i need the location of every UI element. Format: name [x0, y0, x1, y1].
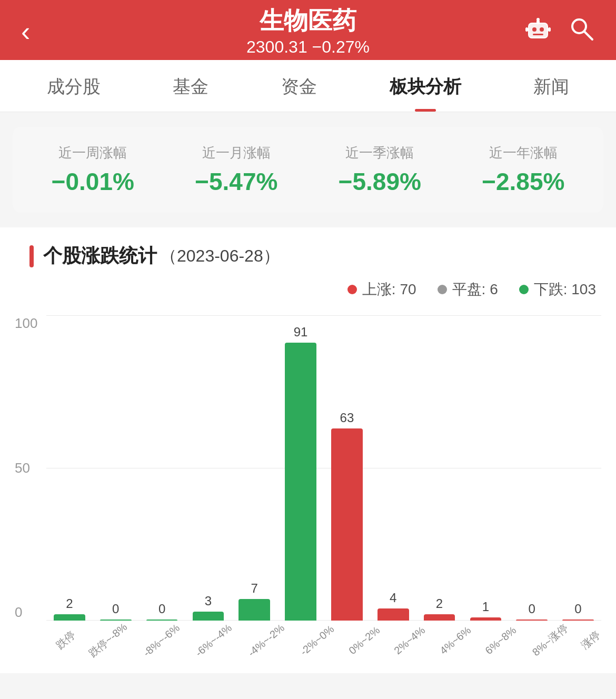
legend-down-label: 下跌: 103	[534, 279, 596, 299]
tab-jijin[interactable]: 基金	[167, 60, 214, 112]
section-date: （2023-06-28）	[160, 245, 280, 268]
x-axis: 跌停跌停~-8%-8%~-6%-6%~-4%-4%~-2%-2%~0%0%~2%…	[46, 621, 601, 652]
x-axis-label: 涨停	[578, 628, 603, 652]
perf-quarter-value: −5.89%	[339, 167, 421, 196]
bar-group[interactable]: 4	[370, 591, 416, 621]
bar-rect	[331, 428, 363, 621]
y-axis-label: 0	[15, 604, 37, 621]
x-axis-label: -2%~0%	[298, 623, 336, 658]
bar-group[interactable]: 91	[277, 325, 324, 621]
svg-rect-4	[533, 34, 543, 35]
tabs-bar: 成分股 基金 资金 板块分析 新闻	[0, 60, 616, 112]
bars-row: 20037916342100	[46, 315, 601, 621]
header-right	[524, 15, 595, 48]
perf-month: 近一月涨幅 −5.47%	[195, 144, 277, 196]
svg-rect-0	[529, 23, 548, 38]
y-axis-label: 100	[15, 315, 37, 332]
svg-point-3	[540, 27, 544, 32]
search-icon[interactable]	[568, 15, 595, 48]
bar-rect	[424, 614, 455, 621]
bar-rect	[285, 343, 316, 621]
bar-group[interactable]: 2	[416, 596, 463, 621]
svg-point-6	[536, 18, 540, 21]
bar-value-label: 2	[436, 596, 443, 611]
bar-group[interactable]: 0	[509, 602, 555, 621]
tab-bankuai[interactable]: 板块分析	[384, 60, 466, 112]
legend-flat-dot	[438, 285, 447, 294]
bar-value-label: 0	[574, 602, 581, 616]
legend-down-dot	[519, 285, 529, 294]
tab-xinwen[interactable]: 新闻	[528, 60, 574, 112]
perf-month-value: −5.47%	[195, 167, 277, 196]
perf-quarter: 近一季涨幅 −5.89%	[339, 144, 421, 196]
perf-quarter-label: 近一季涨幅	[339, 144, 421, 162]
svg-rect-7	[525, 27, 528, 32]
section-title: 个股涨跌统计 （2023-06-28）	[15, 238, 601, 279]
x-axis-label: 8%~涨停	[529, 621, 571, 659]
bar-group[interactable]: 0	[139, 602, 185, 621]
svg-rect-8	[548, 27, 551, 32]
bar-group[interactable]: 3	[185, 594, 231, 621]
bar-value-label: 0	[529, 602, 535, 616]
performance-card: 近一周涨幅 −0.01% 近一月涨幅 −5.47% 近一季涨幅 −5.89% 近…	[13, 127, 603, 213]
bar-group[interactable]: 7	[231, 581, 277, 621]
bar-value-label: 2	[66, 596, 73, 611]
legend-up: 上涨: 70	[347, 279, 416, 299]
svg-point-2	[532, 27, 536, 32]
bar-chart: 10050020037916342100跌停跌停~-8%-8%~-6%-6%~-…	[46, 315, 601, 652]
perf-year-label: 近一年涨幅	[482, 144, 564, 162]
chart-legend: 上涨: 70 平盘: 6 下跌: 103	[15, 279, 601, 299]
x-axis-label: 2%~4%	[392, 624, 428, 656]
bar-value-label: 91	[294, 325, 308, 339]
bar-group[interactable]: 0	[555, 602, 601, 621]
robot-icon[interactable]	[524, 15, 552, 48]
bar-group[interactable]: 1	[462, 600, 509, 621]
section-bar-decoration	[29, 245, 34, 267]
bar-value-label: 1	[482, 600, 489, 614]
header-subtitle: 2300.31 −0.27%	[246, 37, 370, 57]
header-center: 生物医药 2300.31 −0.27%	[246, 6, 370, 57]
svg-line-10	[584, 32, 592, 39]
perf-month-label: 近一月涨幅	[195, 144, 277, 162]
y-axis-label: 50	[15, 460, 37, 476]
bar-value-label: 4	[390, 591, 396, 605]
y-axis: 100500	[15, 315, 37, 652]
x-axis-label: 6%~8%	[483, 624, 519, 656]
chart-section: 个股涨跌统计 （2023-06-28） 上涨: 70 平盘: 6 下跌: 103…	[0, 227, 616, 673]
x-axis-label: 0%~2%	[346, 624, 382, 656]
perf-year: 近一年涨幅 −2.85%	[482, 144, 564, 196]
x-axis-label: 跌停~-8%	[86, 620, 131, 660]
bar-rect	[54, 614, 85, 621]
legend-flat-label: 平盘: 6	[452, 279, 498, 299]
bar-group[interactable]: 0	[93, 602, 139, 621]
perf-year-value: −2.85%	[482, 167, 564, 196]
perf-week-label: 近一周涨幅	[52, 144, 134, 162]
perf-week-value: −0.01%	[52, 167, 134, 196]
legend-up-label: 上涨: 70	[362, 279, 416, 299]
x-axis-label: -6%~-4%	[193, 622, 234, 659]
legend-up-dot	[347, 285, 357, 294]
page-title: 生物医药	[246, 6, 370, 35]
x-axis-label: -4%~-2%	[246, 622, 287, 659]
bar-value-label: 7	[251, 581, 258, 596]
bar-rect	[239, 599, 270, 621]
bar-value-label: 0	[112, 602, 119, 616]
legend-flat: 平盘: 6	[438, 279, 498, 299]
legend-down: 下跌: 103	[519, 279, 596, 299]
section-title-text: 个股涨跌统计	[43, 243, 157, 269]
tab-zijin[interactable]: 资金	[276, 60, 322, 112]
bar-group[interactable]: 63	[324, 411, 370, 621]
bar-rect	[193, 612, 224, 621]
back-button[interactable]: ‹	[21, 16, 30, 47]
bar-value-label: 63	[340, 411, 354, 425]
tab-chenfen[interactable]: 成分股	[42, 60, 106, 112]
x-axis-label: 4%~6%	[438, 624, 473, 656]
x-axis-label: -8%~-6%	[141, 622, 182, 659]
bar-value-label: 3	[205, 594, 212, 608]
header: ‹ 生物医药 2300.31 −0.27%	[0, 0, 616, 60]
bar-group[interactable]: 2	[46, 596, 93, 621]
bar-rect	[377, 608, 409, 621]
x-axis-label: 跌停	[53, 628, 78, 652]
bar-value-label: 0	[158, 602, 165, 616]
perf-week: 近一周涨幅 −0.01%	[52, 144, 134, 196]
